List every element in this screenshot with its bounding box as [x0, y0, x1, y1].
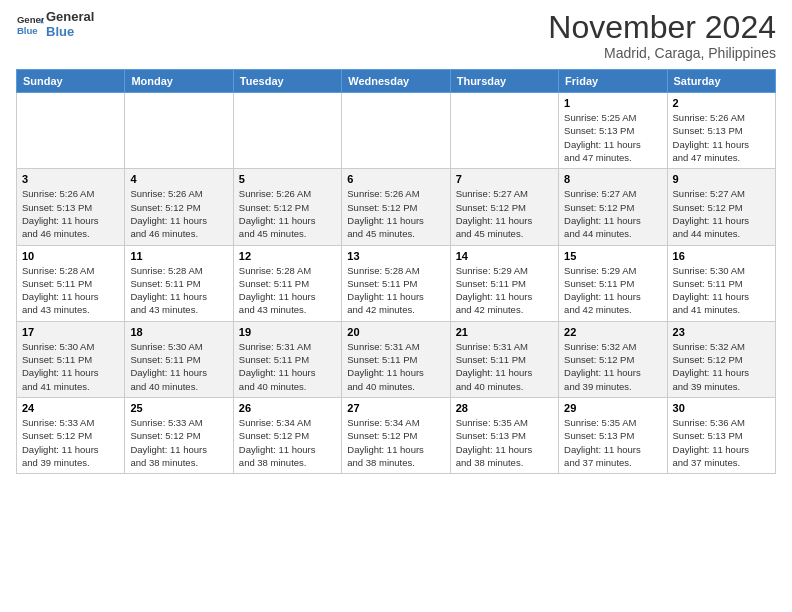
logo-icon: General Blue	[16, 11, 44, 39]
header: General Blue General Blue November 2024 …	[16, 10, 776, 61]
day-number: 29	[564, 402, 661, 414]
calendar-cell: 11Sunrise: 5:28 AMSunset: 5:11 PMDayligh…	[125, 245, 233, 321]
calendar-cell	[17, 93, 125, 169]
day-info: Sunrise: 5:31 AMSunset: 5:11 PMDaylight:…	[456, 340, 553, 393]
day-number: 22	[564, 326, 661, 338]
weekday-header-tuesday: Tuesday	[233, 70, 341, 93]
calendar-cell: 25Sunrise: 5:33 AMSunset: 5:12 PMDayligh…	[125, 397, 233, 473]
calendar-cell	[233, 93, 341, 169]
day-number: 16	[673, 250, 770, 262]
calendar-cell: 27Sunrise: 5:34 AMSunset: 5:12 PMDayligh…	[342, 397, 450, 473]
calendar-cell: 21Sunrise: 5:31 AMSunset: 5:11 PMDayligh…	[450, 321, 558, 397]
calendar-cell: 16Sunrise: 5:30 AMSunset: 5:11 PMDayligh…	[667, 245, 775, 321]
calendar-cell: 20Sunrise: 5:31 AMSunset: 5:11 PMDayligh…	[342, 321, 450, 397]
month-title: November 2024	[548, 10, 776, 45]
calendar-cell: 23Sunrise: 5:32 AMSunset: 5:12 PMDayligh…	[667, 321, 775, 397]
calendar-cell: 30Sunrise: 5:36 AMSunset: 5:13 PMDayligh…	[667, 397, 775, 473]
calendar-cell: 29Sunrise: 5:35 AMSunset: 5:13 PMDayligh…	[559, 397, 667, 473]
svg-text:Blue: Blue	[17, 25, 38, 36]
day-info: Sunrise: 5:34 AMSunset: 5:12 PMDaylight:…	[239, 416, 336, 469]
day-info: Sunrise: 5:33 AMSunset: 5:12 PMDaylight:…	[22, 416, 119, 469]
day-info: Sunrise: 5:29 AMSunset: 5:11 PMDaylight:…	[564, 264, 661, 317]
day-info: Sunrise: 5:30 AMSunset: 5:11 PMDaylight:…	[22, 340, 119, 393]
day-info: Sunrise: 5:32 AMSunset: 5:12 PMDaylight:…	[673, 340, 770, 393]
day-info: Sunrise: 5:30 AMSunset: 5:11 PMDaylight:…	[673, 264, 770, 317]
day-number: 2	[673, 97, 770, 109]
calendar-cell: 15Sunrise: 5:29 AMSunset: 5:11 PMDayligh…	[559, 245, 667, 321]
day-info: Sunrise: 5:27 AMSunset: 5:12 PMDaylight:…	[673, 187, 770, 240]
calendar-cell: 5Sunrise: 5:26 AMSunset: 5:12 PMDaylight…	[233, 169, 341, 245]
day-info: Sunrise: 5:36 AMSunset: 5:13 PMDaylight:…	[673, 416, 770, 469]
day-number: 19	[239, 326, 336, 338]
day-info: Sunrise: 5:35 AMSunset: 5:13 PMDaylight:…	[564, 416, 661, 469]
day-number: 18	[130, 326, 227, 338]
day-number: 21	[456, 326, 553, 338]
day-number: 25	[130, 402, 227, 414]
calendar-cell: 1Sunrise: 5:25 AMSunset: 5:13 PMDaylight…	[559, 93, 667, 169]
day-info: Sunrise: 5:25 AMSunset: 5:13 PMDaylight:…	[564, 111, 661, 164]
day-number: 12	[239, 250, 336, 262]
calendar-cell: 9Sunrise: 5:27 AMSunset: 5:12 PMDaylight…	[667, 169, 775, 245]
day-number: 9	[673, 173, 770, 185]
day-info: Sunrise: 5:28 AMSunset: 5:11 PMDaylight:…	[130, 264, 227, 317]
calendar-cell: 2Sunrise: 5:26 AMSunset: 5:13 PMDaylight…	[667, 93, 775, 169]
calendar-week-1: 1Sunrise: 5:25 AMSunset: 5:13 PMDaylight…	[17, 93, 776, 169]
calendar-table: SundayMondayTuesdayWednesdayThursdayFrid…	[16, 69, 776, 474]
svg-text:General: General	[17, 14, 44, 25]
day-info: Sunrise: 5:28 AMSunset: 5:11 PMDaylight:…	[22, 264, 119, 317]
calendar-cell	[125, 93, 233, 169]
day-number: 8	[564, 173, 661, 185]
weekday-header-friday: Friday	[559, 70, 667, 93]
calendar-cell: 12Sunrise: 5:28 AMSunset: 5:11 PMDayligh…	[233, 245, 341, 321]
day-number: 3	[22, 173, 119, 185]
day-number: 26	[239, 402, 336, 414]
day-number: 24	[22, 402, 119, 414]
day-info: Sunrise: 5:27 AMSunset: 5:12 PMDaylight:…	[456, 187, 553, 240]
day-number: 1	[564, 97, 661, 109]
calendar-cell: 7Sunrise: 5:27 AMSunset: 5:12 PMDaylight…	[450, 169, 558, 245]
day-info: Sunrise: 5:32 AMSunset: 5:12 PMDaylight:…	[564, 340, 661, 393]
calendar-cell: 3Sunrise: 5:26 AMSunset: 5:13 PMDaylight…	[17, 169, 125, 245]
page: General Blue General Blue November 2024 …	[0, 0, 792, 612]
calendar-cell: 6Sunrise: 5:26 AMSunset: 5:12 PMDaylight…	[342, 169, 450, 245]
calendar-cell: 28Sunrise: 5:35 AMSunset: 5:13 PMDayligh…	[450, 397, 558, 473]
calendar-week-3: 10Sunrise: 5:28 AMSunset: 5:11 PMDayligh…	[17, 245, 776, 321]
logo-text-general: General	[46, 10, 94, 25]
weekday-header-wednesday: Wednesday	[342, 70, 450, 93]
location: Madrid, Caraga, Philippines	[548, 45, 776, 61]
calendar-cell: 26Sunrise: 5:34 AMSunset: 5:12 PMDayligh…	[233, 397, 341, 473]
weekday-header-thursday: Thursday	[450, 70, 558, 93]
day-number: 13	[347, 250, 444, 262]
day-number: 7	[456, 173, 553, 185]
logo: General Blue General Blue	[16, 10, 94, 40]
title-block: November 2024 Madrid, Caraga, Philippine…	[548, 10, 776, 61]
weekday-header-sunday: Sunday	[17, 70, 125, 93]
calendar-cell: 14Sunrise: 5:29 AMSunset: 5:11 PMDayligh…	[450, 245, 558, 321]
day-number: 4	[130, 173, 227, 185]
day-info: Sunrise: 5:26 AMSunset: 5:13 PMDaylight:…	[22, 187, 119, 240]
calendar-cell: 22Sunrise: 5:32 AMSunset: 5:12 PMDayligh…	[559, 321, 667, 397]
day-info: Sunrise: 5:34 AMSunset: 5:12 PMDaylight:…	[347, 416, 444, 469]
day-number: 10	[22, 250, 119, 262]
calendar-cell	[450, 93, 558, 169]
calendar-week-2: 3Sunrise: 5:26 AMSunset: 5:13 PMDaylight…	[17, 169, 776, 245]
day-number: 17	[22, 326, 119, 338]
calendar-cell: 4Sunrise: 5:26 AMSunset: 5:12 PMDaylight…	[125, 169, 233, 245]
day-info: Sunrise: 5:28 AMSunset: 5:11 PMDaylight:…	[239, 264, 336, 317]
weekday-header-saturday: Saturday	[667, 70, 775, 93]
day-number: 14	[456, 250, 553, 262]
calendar-cell: 19Sunrise: 5:31 AMSunset: 5:11 PMDayligh…	[233, 321, 341, 397]
day-info: Sunrise: 5:31 AMSunset: 5:11 PMDaylight:…	[239, 340, 336, 393]
day-info: Sunrise: 5:33 AMSunset: 5:12 PMDaylight:…	[130, 416, 227, 469]
day-info: Sunrise: 5:35 AMSunset: 5:13 PMDaylight:…	[456, 416, 553, 469]
calendar-cell: 17Sunrise: 5:30 AMSunset: 5:11 PMDayligh…	[17, 321, 125, 397]
day-info: Sunrise: 5:26 AMSunset: 5:12 PMDaylight:…	[347, 187, 444, 240]
day-info: Sunrise: 5:27 AMSunset: 5:12 PMDaylight:…	[564, 187, 661, 240]
calendar-week-4: 17Sunrise: 5:30 AMSunset: 5:11 PMDayligh…	[17, 321, 776, 397]
day-number: 11	[130, 250, 227, 262]
calendar-cell: 18Sunrise: 5:30 AMSunset: 5:11 PMDayligh…	[125, 321, 233, 397]
day-number: 27	[347, 402, 444, 414]
day-info: Sunrise: 5:31 AMSunset: 5:11 PMDaylight:…	[347, 340, 444, 393]
day-number: 28	[456, 402, 553, 414]
calendar-cell	[342, 93, 450, 169]
